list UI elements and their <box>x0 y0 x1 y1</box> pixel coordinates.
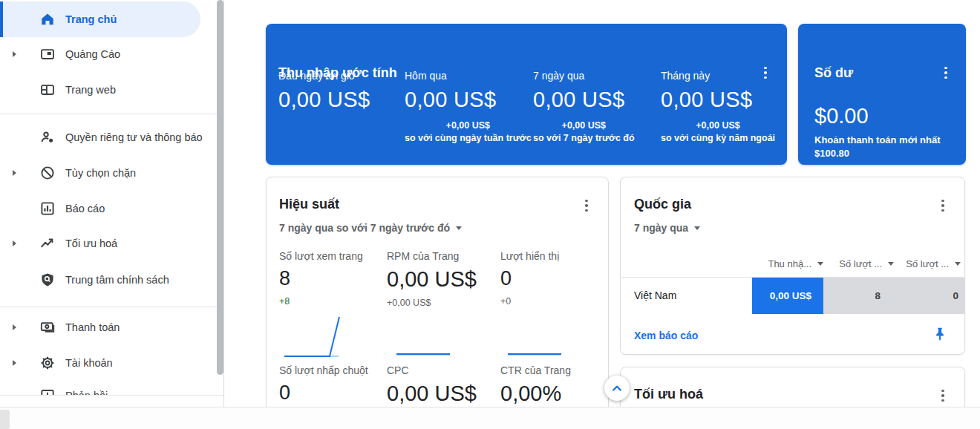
sort-arrow-icon <box>817 262 823 266</box>
sidebar-divider <box>0 114 223 114</box>
period-selector[interactable]: 7 ngày qua <box>634 222 700 234</box>
sidebar-item-label: Phản hồi <box>65 390 108 396</box>
sidebar-divider <box>0 307 223 307</box>
column-header-views[interactable]: Số lượt ... <box>823 256 894 271</box>
trending-up-icon <box>39 235 56 252</box>
metric-comparison: +0,00 US$ so với cùng ngày tuần trước <box>405 120 532 143</box>
bottom-strip <box>0 407 980 429</box>
sidebar-item-optimization[interactable]: Tối ưu hoá <box>0 226 223 261</box>
kebab-menu-icon[interactable] <box>580 198 593 213</box>
period-label: 7 ngày qua so với 7 ngày trước đó <box>279 222 450 234</box>
balance-card: Số dư $0.00 Khoản thanh toán mới nhất $1… <box>798 24 966 165</box>
metric-label: CPC <box>387 364 498 376</box>
column-header-clicks[interactable]: Số lượt ... <box>894 256 961 271</box>
metric-clicks: Số lượt nhấp chuột 0 <box>279 364 391 405</box>
sidebar-item-payments[interactable]: Thanh toán <box>0 310 223 345</box>
metric-delta: +8 <box>279 296 391 307</box>
sidebar-item-label: Quảng Cáo <box>65 48 120 60</box>
expand-arrow-icon <box>13 360 16 366</box>
metric-delta: +0,00 US$ <box>387 298 498 308</box>
metric-value: 0,00 US$ <box>387 267 498 292</box>
metric-page-ctr: CTR của Trang 0,00% <box>500 364 612 406</box>
earnings-metric-yesterday: Hôm qua 0,00 US$ +0,00 US$ so với cùng n… <box>405 70 532 144</box>
expand-arrow-icon <box>13 240 16 246</box>
card-title: Số dư <box>814 65 853 81</box>
kebab-menu-icon[interactable] <box>939 65 953 80</box>
expand-arrow-icon <box>13 170 16 176</box>
page-ctr-sparkline <box>500 313 578 359</box>
metric-comparison: +0,00 US$ so với 7 ngày trước đó <box>533 120 635 143</box>
metric-label: RPM của Trang <box>387 250 498 262</box>
metric-compare-caption: so với 7 ngày trước đó <box>533 133 635 143</box>
expand-arrow-icon <box>13 51 16 57</box>
column-header-label: Số lượt ... <box>839 258 882 269</box>
metric-delta: +0,00 US$ <box>533 120 635 131</box>
metric-cpc: CPC 0,00 US$ <box>387 364 498 406</box>
metric-value: 0 <box>279 381 391 405</box>
sidebar-item-home[interactable]: Trang chủ <box>0 1 223 37</box>
balance-value: $0.00 <box>814 104 869 128</box>
metric-page-rpm: RPM của Trang 0,00 US$ +0,00 US$ <box>387 250 498 308</box>
sidebar-item-account[interactable]: Tài khoản <box>0 345 223 381</box>
metric-label: Lượt hiển thị <box>500 250 612 262</box>
adsense-dashboard: Trang chủ Quảng Cáo Trang web <box>0 0 980 429</box>
app-viewport: Trang chủ Quảng Cáo Trang web <box>0 0 980 407</box>
bar-chart-icon <box>39 200 56 217</box>
sidebar-item-label: Trang chủ <box>65 13 117 25</box>
expand-arrow-icon <box>13 324 16 330</box>
sites-icon <box>39 82 56 98</box>
sort-arrow-icon <box>955 262 961 266</box>
kebab-menu-icon[interactable] <box>936 198 950 213</box>
metric-delta: +0,00 US$ <box>661 120 775 131</box>
column-header-label: Số lượt ... <box>906 258 949 269</box>
home-icon <box>39 11 56 27</box>
last-payment-amount: $100.80 <box>814 148 849 159</box>
metric-value: 8 <box>279 267 391 290</box>
chevron-up-icon <box>610 381 624 395</box>
bottom-left-tab <box>0 410 10 429</box>
feedback-icon <box>39 387 56 396</box>
sidebar-scrollbar[interactable] <box>217 0 223 375</box>
sidebar-item-reports[interactable]: Báo cáo <box>0 191 223 226</box>
card-title: Quốc gia <box>634 197 691 212</box>
pin-icon[interactable] <box>932 326 948 342</box>
metric-label: CTR của Trang <box>500 364 612 376</box>
metric-delta: +0 <box>500 296 612 307</box>
sidebar-item-privacy[interactable]: Quyền riêng tư và thông báo <box>0 119 223 155</box>
sidebar-item-policy-center[interactable]: Trung tâm chính sách <box>0 262 223 298</box>
sidebar-item-label: Tối ưu hoá <box>65 238 117 249</box>
privacy-icon <box>39 129 56 145</box>
card-title: Tối ưu hoá <box>634 387 703 402</box>
metric-value: 0 <box>500 267 612 290</box>
ads-icon <box>39 46 56 62</box>
period-selector[interactable]: 7 ngày qua so với 7 ngày trước đó <box>279 222 462 234</box>
countries-card: Quốc gia 7 ngày qua Thu nhậ... Số lượt .… <box>620 177 965 355</box>
performance-card: Hiệu suất 7 ngày qua so với 7 ngày trước… <box>266 177 609 407</box>
sidebar-item-blocking[interactable]: Tùy chọn chặn <box>0 155 223 191</box>
estimated-earnings-card: Thu nhập ước tính Đầu ngày tới giờ 0,00 … <box>266 24 787 165</box>
sidebar-item-feedback[interactable]: Phản hồi <box>0 378 223 396</box>
metric-label: 7 ngày qua <box>533 70 661 82</box>
policy-shield-icon <box>39 272 56 288</box>
metric-delta: +0,00 US$ <box>405 120 532 131</box>
country-name: Việt Nam <box>634 289 676 301</box>
kebab-menu-icon[interactable] <box>936 388 950 403</box>
metric-compare-caption: so với cùng ngày tuần trước <box>405 133 532 143</box>
sidebar-item-label: Tùy chọn chặn <box>65 167 136 179</box>
sidebar-item-label: Trang web <box>65 84 116 96</box>
views-cell: 8 <box>823 278 894 314</box>
card-title: Hiệu suất <box>279 197 339 212</box>
sidebar-item-sites[interactable]: Trang web <box>0 72 223 108</box>
metric-page-views: Số lượt xem trang 8 +8 <box>279 250 391 307</box>
clicks-cell: 0 <box>894 278 965 314</box>
sidebar-nav-list: Trang chủ Quảng Cáo Trang web <box>0 0 223 396</box>
settings-gear-icon <box>39 355 56 371</box>
scroll-to-top-button[interactable] <box>604 376 630 401</box>
column-header-earnings[interactable]: Thu nhậ... <box>737 256 823 271</box>
earnings-metric-7days: 7 ngày qua 0,00 US$ +0,00 US$ so với 7 n… <box>533 70 661 144</box>
view-report-link[interactable]: Xem báo cáo <box>634 330 698 341</box>
metric-value: 0,00 US$ <box>533 88 661 112</box>
earnings-cell: 0,00 US$ <box>752 278 823 314</box>
earnings-metric-today: Đầu ngày tới giờ 0,00 US$ <box>278 70 406 112</box>
sidebar-item-ads[interactable]: Quảng Cáo <box>0 36 223 72</box>
